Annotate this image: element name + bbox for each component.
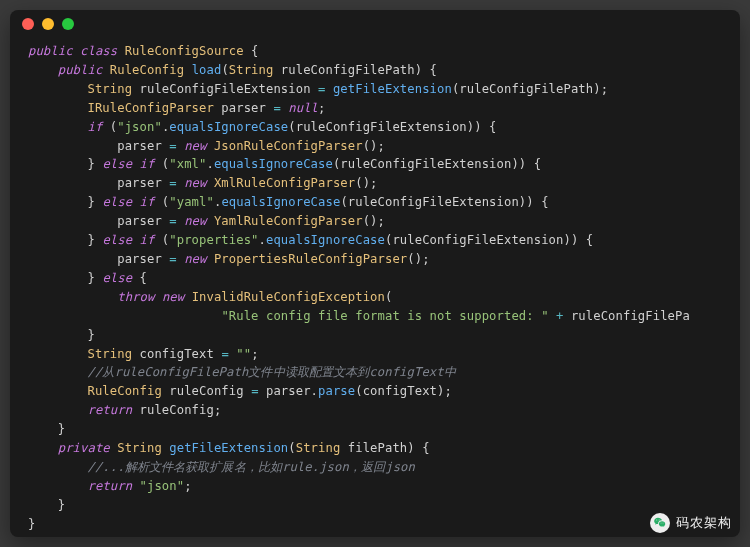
code-line: } else if ("yaml".equalsIgnoreCase(ruleC…	[28, 193, 722, 212]
close-icon[interactable]	[22, 18, 34, 30]
code-line: String ruleConfigFileExtension = getFile…	[28, 80, 722, 99]
code-line: if ("json".equalsIgnoreCase(ruleConfigFi…	[28, 118, 722, 137]
code-line: throw new InvalidRuleConfigException(	[28, 288, 722, 307]
titlebar	[10, 10, 740, 38]
code-line: //从ruleConfigFilePath文件中读取配置文本到configTex…	[28, 363, 722, 382]
watermark-text: 码农架构	[676, 514, 732, 532]
code-line: } else if ("properties".equalsIgnoreCase…	[28, 231, 722, 250]
code-line: } else {	[28, 269, 722, 288]
code-line: IRuleConfigParser parser = null;	[28, 99, 722, 118]
code-line: private String getFileExtension(String f…	[28, 439, 722, 458]
code-line: }	[28, 496, 722, 515]
code-line: String configText = "";	[28, 345, 722, 364]
code-line: "Rule config file format is not supporte…	[28, 307, 722, 326]
code-line: }	[28, 326, 722, 345]
code-line: //...解析文件名获取扩展名，比如rule.json，返回json	[28, 458, 722, 477]
code-line: RuleConfig ruleConfig = parser.parse(con…	[28, 382, 722, 401]
code-block: public class RuleConfigSource { public R…	[10, 38, 740, 537]
code-line: parser = new PropertiesRuleConfigParser(…	[28, 250, 722, 269]
code-line: parser = new YamlRuleConfigParser();	[28, 212, 722, 231]
wechat-icon	[650, 513, 670, 533]
code-line: }	[28, 515, 722, 534]
code-line: parser = new JsonRuleConfigParser();	[28, 137, 722, 156]
code-line: public class RuleConfigSource {	[28, 42, 722, 61]
code-line: return "json";	[28, 477, 722, 496]
zoom-icon[interactable]	[62, 18, 74, 30]
watermark: 码农架构	[650, 513, 732, 533]
code-line: parser = new XmlRuleConfigParser();	[28, 174, 722, 193]
code-line: } else if ("xml".equalsIgnoreCase(ruleCo…	[28, 155, 722, 174]
minimize-icon[interactable]	[42, 18, 54, 30]
code-line: public RuleConfig load(String ruleConfig…	[28, 61, 722, 80]
code-line: }	[28, 420, 722, 439]
code-line: return ruleConfig;	[28, 401, 722, 420]
code-window: public class RuleConfigSource { public R…	[10, 10, 740, 537]
